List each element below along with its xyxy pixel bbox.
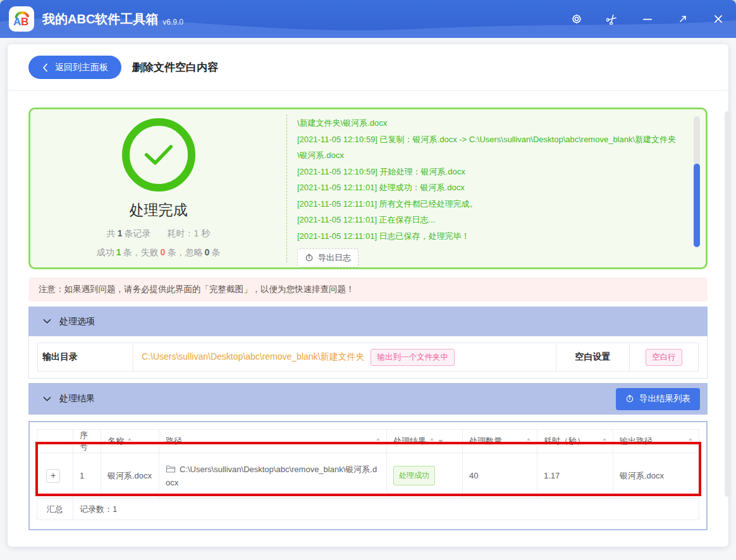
export-results-label: 导出结果列表 <box>639 393 690 405</box>
close-button[interactable] <box>701 0 736 38</box>
results-section-title: 处理结果 <box>59 393 95 405</box>
page-body: 处理完成 共1条记录耗时：1 秒 成功1条，失败0条，忽略0条 \新建文件夹\银… <box>8 91 728 530</box>
path-cell: C:\Users\sullivan\Desktop\abc\remove_bla… <box>159 453 387 499</box>
output-dir-path: C:\Users\sullivan\Desktop\abc\remove_bla… <box>142 351 364 363</box>
log-line: [2021-11-05 12:11:01] 处理成功：银河系.docx <box>297 180 684 196</box>
minimize-button[interactable] <box>630 0 665 38</box>
elapsed-cell: 1.17 <box>537 453 613 499</box>
status-badge: 处理成功 <box>393 466 435 485</box>
header-label: 处理结果 <box>393 435 426 447</box>
settings-button[interactable] <box>559 0 594 38</box>
notice-text: 注意：如果遇到问题，请务必提供此界面的「完整截图」，以便为您快速排查问题！ <box>39 284 355 295</box>
blank-setting-cell: 空白行 <box>630 343 698 371</box>
maximize-button[interactable] <box>665 0 701 38</box>
gear-icon <box>571 13 582 25</box>
blank-setting-label: 空白设置 <box>556 343 630 371</box>
app-version: v6.9.0 <box>163 18 183 27</box>
total-count: 1 <box>118 228 123 238</box>
sort-caret-icon[interactable] <box>603 438 606 444</box>
summary-label: 汇总 <box>37 499 73 520</box>
col-name-header[interactable]: 名称 <box>101 430 159 453</box>
status-panel: 处理完成 共1条记录耗时：1 秒 成功1条，失败0条，忽略0条 \新建文件夹\银… <box>28 107 708 269</box>
header-label: 序号 <box>80 430 94 453</box>
col-index-header[interactable]: 序号 <box>73 430 101 453</box>
header-label: 名称 <box>107 435 124 447</box>
output-dir-label: 输出目录 <box>38 343 133 371</box>
fail-count: 0 <box>161 247 166 257</box>
header-label: 路径 <box>166 435 182 447</box>
sort-caret-icon[interactable] <box>527 438 531 444</box>
count-cell: 40 <box>463 453 537 499</box>
close-icon <box>713 13 724 25</box>
sort-caret-icon[interactable] <box>128 438 132 444</box>
log-area[interactable]: \新建文件夹\银河系.docx [2021-11-05 12:10:59] 已复… <box>287 109 706 267</box>
check-icon <box>144 144 173 166</box>
stats-suffix: 条 <box>211 247 220 257</box>
summary-value: 记录数：1 <box>73 499 699 520</box>
maximize-icon <box>677 13 689 25</box>
col-result-header[interactable]: 处理结果 <box>387 430 463 453</box>
log-line: [2021-11-05 12:11:01] 正在保存日志... <box>297 212 684 228</box>
col-output-header[interactable]: 输出路径 <box>613 430 699 453</box>
header-label: 输出路径 <box>620 435 653 447</box>
logo-letter-a: A <box>13 16 21 28</box>
result-cell: 处理成功 <box>387 453 463 499</box>
success-count: 1 <box>116 247 121 257</box>
total-suffix: 条记录 <box>125 228 151 238</box>
page-header: 返回到主面板 删除文件空白内容 <box>8 44 728 91</box>
status-title: 处理完成 <box>130 200 188 220</box>
total-prefix: 共 <box>107 228 116 238</box>
export-results-button[interactable]: 导出结果列表 <box>616 388 700 410</box>
index-cell: 1 <box>73 453 101 499</box>
export-log-button[interactable]: 导出日志 <box>297 248 359 267</box>
chevron-left-icon <box>42 63 49 72</box>
table-header-row: 序号 名称 路径 处理结果 处理数量 耗时（秒） 输出路径 <box>37 430 699 453</box>
table-row: + 1 银河系.docx C:\Users\sullivan\Desktop\a… <box>37 453 699 499</box>
app-window: A B 我的ABC软件工具箱 v6.9.0 <box>0 0 736 560</box>
col-elapsed-header[interactable]: 耗时（秒） <box>537 430 613 453</box>
filter-icon[interactable] <box>438 440 443 443</box>
ignore-label: 条，忽略 <box>167 247 202 257</box>
sort-caret-icon[interactable] <box>376 438 380 444</box>
screenshot-button[interactable] <box>594 0 630 38</box>
expand-row-button[interactable]: + <box>46 469 60 483</box>
name-cell: 银河系.docx <box>101 453 159 499</box>
status-summary: 处理完成 共1条记录耗时：1 秒 成功1条，失败0条，忽略0条 <box>30 109 286 267</box>
status-stats-line: 成功1条，失败0条，忽略0条 <box>97 247 220 259</box>
output-dir-cell: C:\Users\sullivan\Desktop\abc\remove_bla… <box>133 343 556 371</box>
titlebar[interactable]: A B 我的ABC软件工具箱 v6.9.0 <box>0 0 736 38</box>
success-label: 成功 <box>97 247 114 257</box>
upload-icon <box>625 394 634 403</box>
col-path-header[interactable]: 路径 <box>159 430 387 453</box>
log-scrollbar-thumb[interactable] <box>694 164 700 247</box>
back-to-main-button[interactable]: 返回到主面板 <box>28 56 121 79</box>
logo-letter-b: B <box>21 16 28 28</box>
output-cell: 银河系.docx <box>613 453 699 499</box>
blank-setting-tag: 空白行 <box>646 349 682 366</box>
notice-bar: 注意：如果遇到问题，请务必提供此界面的「完整截图」，以便为您快速排查问题！ <box>28 277 708 301</box>
app-logo: A B <box>9 6 34 32</box>
log-line: \新建文件夹\银河系.docx <box>297 115 684 131</box>
back-button-label: 返回到主面板 <box>55 62 108 73</box>
chevron-down-icon <box>43 396 51 402</box>
output-mode-tag: 输出到一个文件夹中 <box>371 349 455 366</box>
sort-caret-icon[interactable] <box>430 438 434 444</box>
scissors-icon <box>606 13 618 25</box>
page-scrollbar-thumb[interactable] <box>725 111 731 497</box>
results-box: 序号 名称 路径 处理结果 处理数量 耗时（秒） 输出路径 + 1 银河系.do… <box>28 421 708 530</box>
section-bar-results[interactable]: 处理结果 导出结果列表 <box>28 383 708 415</box>
col-count-header[interactable]: 处理数量 <box>463 430 537 453</box>
elapsed-text: 耗时：1 秒 <box>168 228 211 238</box>
fail-label: 条，失败 <box>123 247 159 257</box>
status-total-line: 共1条记录耗时：1 秒 <box>107 228 210 240</box>
section-bar-options[interactable]: 处理选项 <box>28 307 708 336</box>
options-box: 输出目录 C:\Users\sullivan\Desktop\abc\remov… <box>28 336 708 379</box>
log-scrollbar-track[interactable] <box>694 116 700 247</box>
expand-cell: + <box>37 453 73 499</box>
ignore-count: 0 <box>204 247 209 257</box>
col-expand-header <box>37 430 73 453</box>
log-line: [2021-11-05 12:11:01] 日志已保存，处理完毕！ <box>297 228 684 245</box>
sort-caret-icon[interactable] <box>689 438 692 444</box>
log-line: [2021-11-05 12:11:01] 所有文件都已经处理完成。 <box>297 196 684 212</box>
main-card: 返回到主面板 删除文件空白内容 处理完成 共1条记录耗时：1 秒 <box>8 44 728 547</box>
